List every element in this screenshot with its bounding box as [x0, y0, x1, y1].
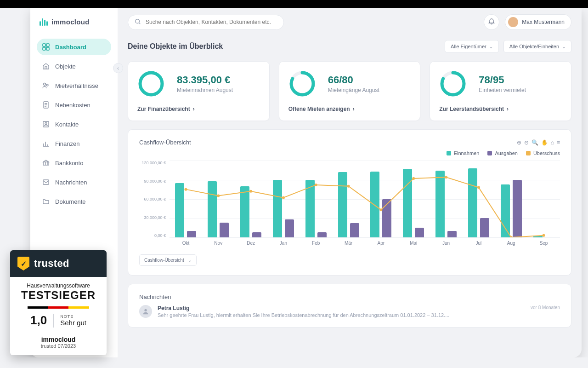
sidebar-item-dokumente[interactable]: Dokumente [37, 193, 111, 210]
bar-expense[interactable] [382, 199, 391, 238]
bar-expense[interactable] [285, 219, 294, 237]
sidebar-item-nachrichten[interactable]: Nachrichten [37, 174, 111, 190]
chart-bar-icon [42, 140, 50, 147]
bar-income[interactable] [435, 171, 445, 237]
sidebar-item-nebenkosten[interactable]: Nebenkosten [37, 97, 111, 113]
chart-x-axis: OktNovDezJanFebMärAprMaiJunJulAugSep [170, 239, 560, 248]
bar-expense[interactable] [220, 223, 229, 237]
messages-panel: Nachrichten Petra Lustig Sehr geehrte Fr… [128, 284, 571, 328]
kpi-card-income: 83.395,00 € Mieteinnahmen August Zur Fin… [128, 61, 270, 121]
legend-swatch-icon [487, 151, 492, 155]
sidebar-item-finanzen[interactable]: Finanzen [37, 135, 111, 152]
trusted-note-label: NOTE [60, 314, 86, 319]
bar-expense[interactable] [480, 218, 489, 237]
y-tick-label: 30.000,00 € [139, 215, 166, 220]
sidebar-item-label: Objekte [55, 63, 76, 70]
x-tick-label: Mär [332, 239, 365, 248]
tool-menu-icon[interactable]: ≡ [557, 139, 560, 146]
bar-income[interactable] [533, 236, 543, 237]
sidebar-item-mietverhaeltnisse[interactable]: Mietverhältnisse [37, 77, 111, 94]
chart-selector-dropdown[interactable]: Cashflow-Übersicht ⌄ [139, 254, 197, 266]
chart-bars [170, 161, 560, 237]
legend-expense[interactable]: Ausgaben [487, 150, 518, 156]
bar-income[interactable] [208, 181, 217, 237]
x-tick-label: Sep [527, 239, 560, 248]
sidebar-item-label: Finanzen [55, 140, 79, 147]
notifications-button[interactable] [484, 14, 499, 30]
svg-point-4 [44, 83, 46, 86]
sidebar-item-bankkonto[interactable]: Bankkonto [37, 155, 111, 171]
legend-swatch-icon [447, 151, 451, 155]
filter-owner-label: Alle Eigentümer [451, 44, 486, 49]
bar-income[interactable] [403, 169, 412, 237]
bar-income[interactable] [273, 180, 282, 237]
bar-expense[interactable] [513, 180, 522, 237]
filter-units-dropdown[interactable]: Alle Objekte/Einheiten ⌄ [503, 40, 571, 53]
sidebar-collapse-button[interactable]: ‹ [113, 63, 123, 73]
y-tick-label: 90.000,00 € [139, 179, 166, 184]
bar-income[interactable] [370, 172, 379, 237]
sidebar-item-label: Kontakte [55, 121, 79, 128]
tool-home-icon[interactable]: ⌂ [551, 139, 554, 146]
bar-income[interactable] [240, 186, 249, 237]
kpi-card-rents: 66/80 Mieteingänge August Offene Mieten … [279, 61, 421, 121]
kpi-sublabel: Mieteingänge August [328, 87, 379, 93]
user-menu[interactable]: Max Mustermann [505, 14, 571, 30]
message-row[interactable]: Petra Lustig Sehr geehrte Frau Lustig, h… [139, 305, 560, 318]
progress-ring-icon [137, 70, 165, 98]
tool-search-icon[interactable]: 🔍 [531, 139, 538, 146]
bar-income[interactable] [501, 184, 510, 238]
sidebar-item-objekte[interactable]: Objekte [37, 58, 111, 75]
legend-income[interactable]: Einnahmen [447, 150, 480, 156]
tool-zoom-out-icon[interactable]: ⊖ [524, 139, 529, 146]
x-tick-label: Jul [462, 239, 495, 248]
trusted-category: Hausverwaltungssoftware [17, 282, 99, 289]
legend-surplus[interactable]: Überschuss [526, 150, 560, 156]
house-icon [42, 63, 50, 70]
trusted-brand: trusted [34, 258, 69, 270]
main: Max Mustermann Deine Objekte im Überblic… [118, 8, 582, 357]
user-name: Max Mustermann [522, 19, 565, 25]
search-box[interactable] [128, 15, 284, 30]
bar-expense[interactable] [252, 232, 261, 237]
bar-income[interactable] [338, 172, 347, 237]
chevron-right-icon: › [353, 106, 355, 112]
trusted-date: trusted 07/2023 [10, 343, 107, 349]
mail-icon [42, 178, 50, 186]
x-tick-label: Aug [495, 239, 527, 248]
contacts-icon [42, 121, 50, 128]
sidebar-item-kontakte[interactable]: Kontakte [37, 116, 111, 132]
bar-expense[interactable] [447, 231, 457, 237]
kpi-link-vacancy[interactable]: Zur Leerstandsübersicht › [439, 106, 562, 112]
bar-expense[interactable] [317, 232, 327, 237]
sidebar-item-label: Dashboard [55, 44, 86, 51]
tenants-icon [42, 82, 50, 89]
chart-area: 120.000,00 €90.000,00 €60.000,00 €30.000… [139, 161, 560, 248]
y-tick-label: 60.000,00 € [139, 197, 166, 201]
kpi-link-open-rents[interactable]: Offene Mieten anzeigen › [288, 106, 411, 112]
kpi-link-finance[interactable]: Zur Finanzübersicht › [137, 106, 260, 112]
bar-expense[interactable] [415, 228, 424, 237]
tool-zoom-in-icon[interactable]: ⊕ [517, 139, 521, 146]
sidebar-item-label: Mietverhältnisse [55, 82, 98, 89]
bar-income[interactable] [175, 183, 184, 237]
sidebar-item-dashboard[interactable]: Dashboard [37, 39, 111, 55]
kpi-card-occupancy: 78/95 Einheiten vermietet Zur Leerstands… [430, 61, 571, 121]
kpi-value: 66/80 [328, 74, 379, 86]
bar-income[interactable] [468, 168, 477, 237]
bar-expense[interactable] [350, 223, 359, 237]
trusted-badge[interactable]: ✓ trusted Hausverwaltungssoftware TESTSI… [10, 250, 107, 355]
svg-point-29 [144, 309, 147, 311]
filter-owner-dropdown[interactable]: Alle Eigentümer ⌄ [445, 40, 499, 53]
bar-income[interactable] [305, 180, 315, 237]
progress-ring-icon [439, 70, 467, 98]
sidebar-item-label: Nachrichten [55, 179, 87, 186]
bar-expense[interactable] [187, 231, 196, 237]
search-input[interactable] [146, 19, 277, 25]
receipt-icon [42, 101, 50, 109]
brand-logo[interactable]: immocloud [37, 17, 111, 36]
y-tick-label: 120.000,00 € [139, 161, 166, 165]
filter-units-label: Alle Objekte/Einheiten [509, 44, 559, 49]
avatar [508, 17, 518, 27]
tool-pan-icon[interactable]: ✋ [541, 139, 548, 146]
